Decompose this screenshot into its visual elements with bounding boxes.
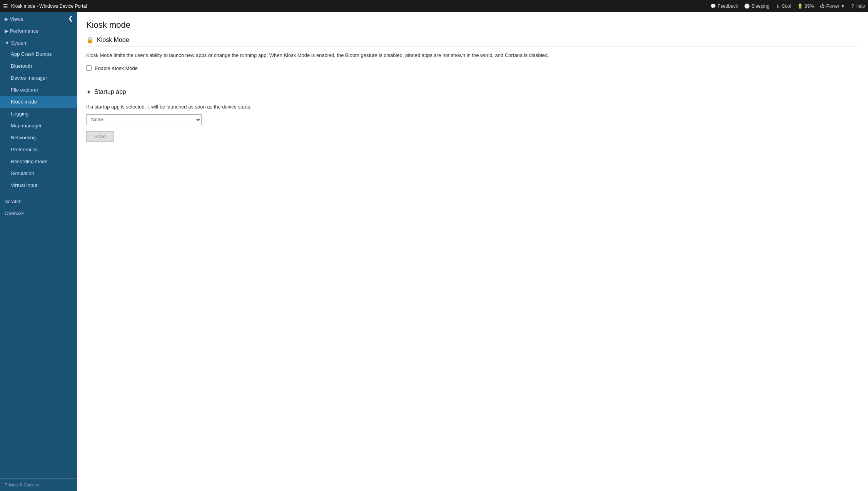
performance-label: ▶ Performance — [5, 28, 38, 34]
help-label: Help — [855, 3, 865, 9]
enable-kiosk-row: Enable Kiosk Mode — [86, 65, 859, 71]
content-area: Kiosk mode 🔒 Kiosk Mode Kiosk Mode limit… — [77, 12, 868, 491]
titlebar-left: ☰ Kiosk mode - Windows Device Portal — [3, 3, 87, 9]
sidebar-item-networking[interactable]: Networking — [0, 132, 77, 144]
enable-kiosk-label[interactable]: Enable Kiosk Mode — [95, 65, 138, 71]
sidebar-item-simulation[interactable]: Simulation — [0, 167, 77, 179]
sidebar-item-label: File explorer — [11, 87, 38, 93]
battery-label: 99% — [805, 3, 814, 9]
sidebar-item-label: Bluetooth — [11, 63, 32, 69]
feedback-icon: 💬 — [710, 3, 716, 9]
enable-kiosk-checkbox[interactable] — [86, 65, 92, 71]
temp-icon: 🌡 — [776, 3, 780, 9]
sidebar-section-scratch[interactable]: Scratch — [0, 195, 77, 207]
kiosk-mode-section-header: 🔒 Kiosk Mode — [86, 36, 859, 47]
sidebar-item-label: Map manager — [11, 123, 42, 129]
sidebar-section-views[interactable]: ▶ Views — [0, 12, 77, 24]
views-label: ▶ Views — [5, 16, 23, 22]
startup-app-select[interactable]: None — [86, 114, 202, 125]
sidebar-item-label: Device manager — [11, 75, 47, 81]
cool-label: Cool — [782, 3, 791, 9]
sidebar-item-file-explorer[interactable]: File explorer — [0, 84, 77, 96]
system-label: ▼ System — [5, 40, 28, 46]
scratch-label: Scratch — [5, 199, 22, 204]
sleeping-status: 🕐 Sleeping — [744, 3, 770, 9]
power-label: Power ▼ — [826, 3, 845, 9]
privacy-cookies-link[interactable]: Privacy & Cookies — [0, 478, 77, 491]
openxr-label: OpenXR — [5, 210, 24, 216]
startup-icon: ✦ — [86, 89, 91, 96]
sidebar-divider — [0, 193, 77, 193]
sidebar-item-label: Virtual Input — [11, 182, 37, 188]
page-title: Kiosk mode — [86, 20, 859, 30]
feedback-button[interactable]: 💬 Feedback — [710, 3, 738, 9]
footer-label: Privacy & Cookies — [5, 483, 39, 487]
menu-icon[interactable]: ☰ — [3, 3, 8, 9]
sidebar-item-app-crash-dumps[interactable]: App Crash Dumps — [0, 48, 77, 60]
temperature-status: 🌡 Cool — [776, 3, 791, 9]
titlebar-title: Kiosk mode - Windows Device Portal — [11, 3, 87, 9]
sidebar-item-label: App Crash Dumps — [11, 51, 52, 57]
sidebar-item-preferences[interactable]: Preferences — [0, 144, 77, 155]
sidebar-item-kiosk-mode[interactable]: Kiosk mode — [0, 96, 77, 108]
sidebar-item-device-manager[interactable]: Device manager — [0, 72, 77, 84]
sidebar: ❮ ▶ Views ▶ Performance ▼ System App Cra… — [0, 12, 77, 491]
kiosk-mode-description: Kiosk Mode limits the user's ability to … — [86, 52, 859, 59]
save-button[interactable]: Save — [86, 131, 114, 142]
help-icon: ? — [851, 3, 854, 9]
sidebar-item-label: Recording mode — [11, 159, 47, 164]
section-divider — [86, 79, 859, 79]
power-button[interactable]: ⏻ Power ▼ — [820, 3, 845, 9]
sidebar-item-bluetooth[interactable]: Bluetooth — [0, 60, 77, 72]
sidebar-item-map-manager[interactable]: Map manager — [0, 120, 77, 132]
startup-app-section: ✦ Startup app If a startup app is select… — [86, 89, 859, 142]
sleep-icon: 🕐 — [744, 3, 750, 9]
power-icon: ⏻ — [820, 3, 825, 9]
startup-app-description: If a startup app is selected, it will be… — [86, 104, 859, 110]
sidebar-section-system[interactable]: ▼ System — [0, 36, 77, 48]
startup-app-section-header: ✦ Startup app — [86, 89, 859, 99]
battery-icon: 🔋 — [797, 3, 803, 9]
titlebar-right: 💬 Feedback 🕐 Sleeping 🌡 Cool 🔋 99% ⏻ Pow… — [710, 3, 865, 9]
sidebar-section-openxr[interactable]: OpenXR — [0, 207, 77, 219]
startup-app-section-title: Startup app — [94, 89, 126, 95]
help-button[interactable]: ? Help — [851, 3, 865, 9]
sidebar-item-virtual-input[interactable]: Virtual Input — [0, 179, 77, 191]
lock-icon: 🔒 — [86, 36, 94, 43]
sidebar-item-logging[interactable]: Logging — [0, 108, 77, 120]
titlebar: ☰ Kiosk mode - Windows Device Portal 💬 F… — [0, 0, 868, 12]
main-layout: ❮ ▶ Views ▶ Performance ▼ System App Cra… — [0, 12, 868, 491]
sidebar-item-label: Networking — [11, 135, 36, 140]
sidebar-item-label: Preferences — [11, 147, 38, 152]
sidebar-item-recording-mode[interactable]: Recording mode — [0, 155, 77, 167]
sidebar-section-performance[interactable]: ▶ Performance — [0, 24, 77, 36]
sidebar-item-label: Kiosk mode — [11, 99, 37, 105]
feedback-label: Feedback — [718, 3, 738, 9]
sidebar-item-label: Simulation — [11, 170, 34, 176]
sleeping-label: Sleeping — [751, 3, 770, 9]
sidebar-item-label: Logging — [11, 111, 28, 117]
sidebar-collapse-button[interactable]: ❮ — [66, 14, 75, 23]
kiosk-mode-section-title: Kiosk Mode — [97, 37, 129, 43]
battery-status: 🔋 99% — [797, 3, 814, 9]
